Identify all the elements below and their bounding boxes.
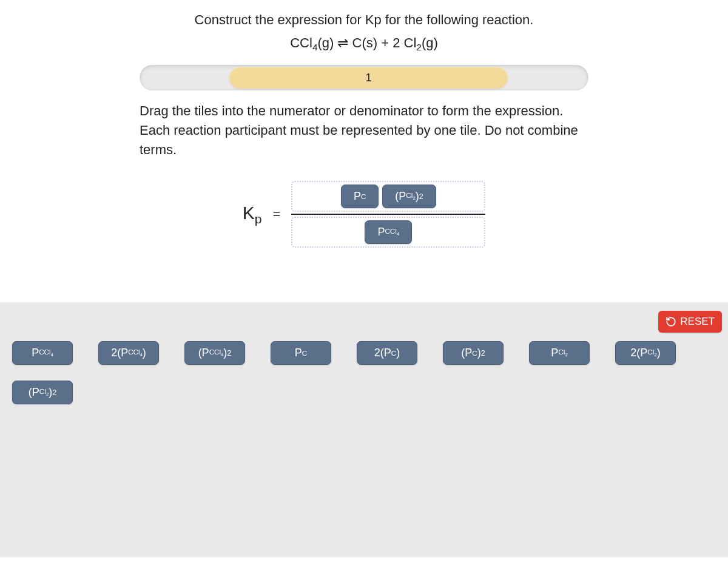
numerator-dropzone[interactable]: PC(PCl2)2 <box>291 181 485 212</box>
tile-pal-8[interactable]: (PCl2)2 <box>12 381 73 404</box>
instructions-text: Drag the tiles into the numerator or den… <box>140 101 588 160</box>
undo-icon <box>666 316 676 327</box>
denominator-dropzone[interactable]: PCCl4 <box>291 217 485 248</box>
progress-fill: 1 <box>229 67 508 89</box>
tile-pal-5[interactable]: (PC)2 <box>443 341 504 365</box>
tile-pal-0[interactable]: PCCl4 <box>12 341 73 365</box>
equals-sign: = <box>272 206 280 222</box>
tile-num-0[interactable]: PC <box>341 185 379 208</box>
tile-palette-section: RESET PCCl42(PCCl4)(PCCl4)2PC2(PC)(PC)2P… <box>0 302 728 557</box>
problem-prompt: Construct the expression for Kp for the … <box>0 12 728 28</box>
progress-label: 1 <box>365 72 371 84</box>
tile-pal-2[interactable]: (PCCl4)2 <box>184 341 245 365</box>
tile-pal-1[interactable]: 2(PCCl4) <box>98 341 159 365</box>
tile-pal-3[interactable]: PC <box>271 341 331 365</box>
reset-label: RESET <box>680 316 715 328</box>
progress-track: 1 <box>140 65 588 90</box>
fraction-bar <box>291 214 485 215</box>
tile-pal-4[interactable]: 2(PC) <box>357 341 417 365</box>
tile-den-0[interactable]: PCCl4 <box>365 220 412 244</box>
tile-pal-6[interactable]: PCl2 <box>529 341 590 365</box>
kp-symbol: Kp <box>243 203 262 226</box>
tile-num-1[interactable]: (PCl2)2 <box>382 185 436 208</box>
reaction-equation: CCl4(g) ⇌ C(s) + 2 Cl2(g) <box>0 35 728 53</box>
tile-pal-7[interactable]: 2(PCl2) <box>615 341 676 365</box>
expression-zone: Kp = PC(PCl2)2 PCCl4 <box>0 181 728 248</box>
tile-palette: PCCl42(PCCl4)(PCCl4)2PC2(PC)(PC)2PCl22(P… <box>6 341 722 404</box>
progress-bar: 1 <box>0 65 728 90</box>
fraction: PC(PCl2)2 PCCl4 <box>291 181 485 248</box>
reset-button[interactable]: RESET <box>658 311 722 333</box>
